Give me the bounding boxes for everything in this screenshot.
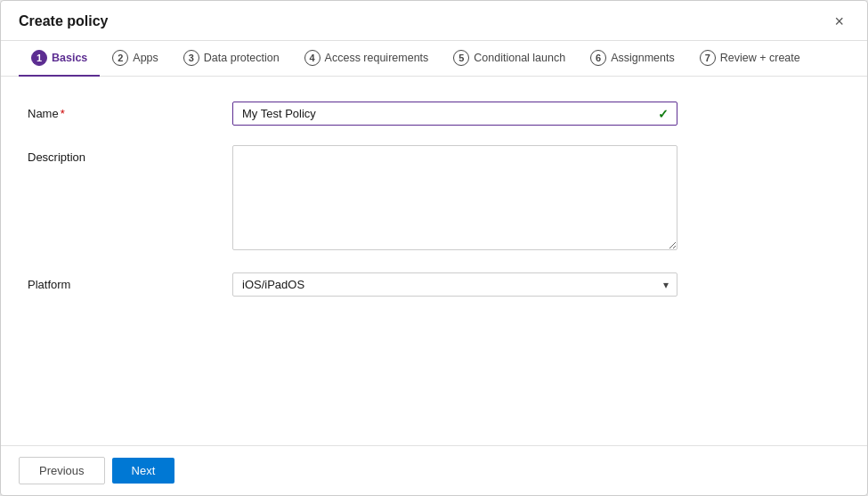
platform-select-wrap: iOS/iPadOS Android Windows ▾	[232, 272, 677, 297]
platform-row: Platform iOS/iPadOS Android Windows ▾	[28, 272, 840, 297]
tab-apps-label: Apps	[133, 52, 158, 64]
name-field-wrap: ✓	[232, 102, 677, 126]
tab-conditional-launch-num: 5	[453, 50, 469, 66]
platform-label: Platform	[28, 272, 232, 291]
tab-conditional-launch-label: Conditional launch	[474, 52, 565, 64]
description-input-wrap	[232, 145, 677, 253]
tab-data-protection[interactable]: 3 Data protection	[171, 41, 292, 77]
dialog-footer: Previous Next	[1, 445, 867, 495]
name-label: Name*	[28, 102, 232, 120]
tab-apps-num: 2	[112, 50, 128, 66]
platform-select[interactable]: iOS/iPadOS Android Windows	[232, 272, 677, 297]
tab-access-requirements-label: Access requirements	[325, 52, 429, 64]
tab-data-protection-label: Data protection	[204, 52, 280, 64]
tab-assignments-label: Assignments	[611, 52, 675, 64]
description-label: Description	[28, 145, 232, 164]
name-required-star: *	[61, 107, 65, 120]
name-row: Name* ✓	[28, 102, 840, 126]
tab-access-requirements-num: 4	[304, 50, 320, 66]
dialog-title: Create policy	[19, 13, 108, 29]
tab-basics-num: 1	[31, 50, 47, 66]
form-content: Name* ✓ Description Platform iOS/i	[1, 77, 867, 445]
tab-assignments[interactable]: 6 Assignments	[578, 41, 687, 77]
tab-review-create[interactable]: 7 Review + create	[687, 41, 813, 77]
close-button[interactable]: ×	[829, 12, 849, 31]
dialog-header: Create policy ×	[1, 1, 867, 41]
name-valid-icon: ✓	[658, 107, 669, 121]
name-input-wrap: ✓	[232, 102, 677, 126]
tab-review-create-label: Review + create	[720, 52, 800, 64]
tab-basics-label: Basics	[52, 52, 87, 64]
tab-conditional-launch[interactable]: 5 Conditional launch	[441, 41, 578, 77]
tab-assignments-num: 6	[590, 50, 606, 66]
tab-apps[interactable]: 2 Apps	[100, 41, 171, 77]
previous-button[interactable]: Previous	[19, 457, 105, 484]
tabs-bar: 1 Basics 2 Apps 3 Data protection 4 Acce…	[1, 41, 867, 77]
platform-input-wrap: iOS/iPadOS Android Windows ▾	[232, 272, 677, 297]
create-policy-dialog: Create policy × 1 Basics 2 Apps 3 Data p…	[0, 0, 868, 496]
tab-review-create-num: 7	[700, 50, 716, 66]
description-textarea[interactable]	[232, 145, 677, 250]
tab-basics[interactable]: 1 Basics	[19, 41, 100, 77]
name-input[interactable]	[232, 102, 677, 126]
next-button[interactable]: Next	[112, 458, 175, 484]
tab-access-requirements[interactable]: 4 Access requirements	[292, 41, 442, 77]
tab-data-protection-num: 3	[183, 50, 199, 66]
description-row: Description	[28, 145, 840, 253]
